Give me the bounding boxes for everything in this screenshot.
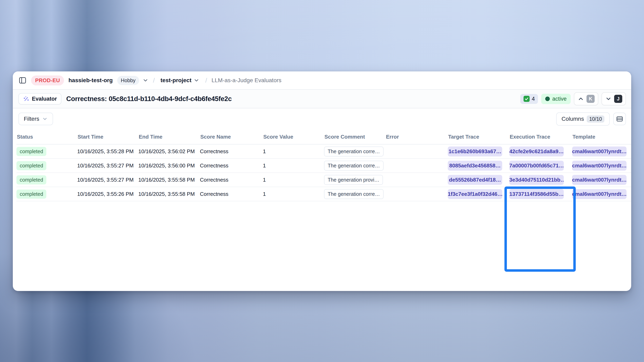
breadcrumb-separator: / — [205, 77, 207, 84]
template-cell: cmal6wart007lynrdt… — [572, 161, 631, 171]
column-header-execution-trace: Execution Trace — [509, 134, 572, 140]
target-trace-link[interactable]: 1c1e6b260b693a67… — [448, 147, 502, 157]
filters-button[interactable]: Filters — [18, 113, 53, 125]
sidebar-toggle-button[interactable] — [18, 76, 26, 84]
column-header-score-comment: Score Comment — [324, 134, 386, 140]
environment-badge: PROD-EU — [31, 75, 64, 85]
breadcrumb-project: test-project — [160, 77, 191, 84]
shortcut-key-j: J — [614, 95, 622, 103]
template-link[interactable]: cmal6wart007lynrdt… — [572, 147, 626, 157]
column-header-start-time: Start Time — [77, 134, 138, 140]
score-comment-pill[interactable]: The generation corre… — [324, 161, 384, 171]
template-cell: cmal6wart007lynrdt… — [572, 147, 631, 157]
target-trace-cell: 1c1e6b260b693a67… — [448, 147, 509, 157]
score-comment-pill[interactable]: The generation corre… — [324, 147, 384, 157]
column-header-status: Status — [16, 134, 77, 140]
end-time-cell: 10/16/2025, 3:55:58 PM — [138, 177, 200, 183]
start-time-cell: 10/16/2025, 3:55:26 PM — [77, 191, 138, 197]
score-comment-cell: The generation provi… — [324, 175, 386, 185]
plan-badge: Hobby — [117, 76, 139, 85]
status-cell: completed — [16, 161, 77, 170]
score-comment-cell: The generation corre… — [324, 189, 386, 199]
score-name-cell: Correctness — [200, 148, 263, 155]
template-cell: cmal6wart007lynrdt… — [572, 189, 631, 199]
table-row[interactable]: completed 10/16/2025, 3:55:28 PM 10/16/2… — [16, 145, 631, 159]
execution-trace-cell: 42cfe2e9c621da8a9… — [509, 147, 572, 157]
row-height-button[interactable] — [613, 113, 626, 125]
execution-trace-cell: 3e3d40d75110d21bb… — [509, 175, 572, 185]
column-header-error: Error — [386, 134, 448, 140]
table-row[interactable]: completed 10/16/2025, 3:55:27 PM 10/16/2… — [16, 159, 631, 173]
navigate-up-button[interactable]: K — [574, 92, 598, 105]
app-window: PROD-EU hassieb-test-org Hobby / test-pr… — [13, 71, 631, 291]
breadcrumb-org[interactable]: hassieb-test-org — [68, 77, 113, 84]
shortcut-key-k: K — [586, 95, 595, 103]
evaluator-type-badge[interactable]: Evaluator — [18, 93, 61, 105]
execution-trace-link[interactable]: 7a00007b00fd65c71… — [509, 161, 564, 171]
org-switcher-button[interactable] — [142, 77, 148, 83]
status-badge: completed — [16, 147, 46, 156]
evaluation-count-badge: 4 — [520, 94, 538, 104]
score-value-cell: 1 — [263, 163, 324, 169]
template-link[interactable]: cmal6wart007lynrdt… — [572, 175, 626, 185]
score-comment-cell: The generation corre… — [324, 147, 386, 157]
chevron-down-icon — [42, 116, 48, 122]
evaluation-count: 4 — [532, 96, 535, 102]
navigate-down-button[interactable]: J — [602, 92, 626, 105]
column-header-end-time: End Time — [138, 134, 200, 140]
template-link[interactable]: cmal6wart007lynrdt… — [572, 189, 626, 199]
table-toolbar: Filters Columns 10/10 — [13, 108, 631, 130]
target-trace-link[interactable]: 8085aefd3e456858… — [448, 161, 502, 171]
score-name-cell: Correctness — [200, 191, 263, 197]
status-badge: active — [541, 94, 571, 104]
status-badge: completed — [16, 175, 46, 184]
column-header-template: Template — [572, 134, 631, 140]
evaluator-header: Evaluator Correctness: 05c8c11d-b110-4db… — [13, 90, 631, 108]
table-row[interactable]: completed 10/16/2025, 3:55:27 PM 10/16/2… — [16, 173, 631, 187]
chevron-up-icon — [578, 96, 584, 102]
table-row[interactable]: completed 10/16/2025, 3:55:26 PM 10/16/2… — [16, 187, 631, 201]
execution-trace-link[interactable]: 42cfe2e9c621da8a9… — [509, 147, 564, 157]
status-badge: completed — [16, 189, 46, 199]
column-header-target-trace: Target Trace — [448, 134, 509, 140]
execution-trace-cell: 13737114f3586d55b… — [509, 189, 572, 199]
score-value-cell: 1 — [263, 177, 324, 183]
score-comment-pill[interactable]: The generation provi… — [324, 175, 383, 185]
score-value-cell: 1 — [263, 191, 324, 197]
end-time-cell: 10/16/2025, 3:56:02 PM — [138, 148, 200, 155]
page-title: Correctness: 05c8c11d-b110-4db4-9dcf-c4b… — [66, 95, 232, 103]
panel-left-icon — [18, 76, 26, 84]
rows-icon — [616, 115, 623, 123]
breadcrumb-section: LLM-as-a-Judge Evaluators — [212, 77, 281, 84]
table-body: completed 10/16/2025, 3:55:28 PM 10/16/2… — [16, 145, 631, 201]
evaluations-table: StatusStart TimeEnd TimeScore NameScore … — [13, 130, 631, 291]
score-value-cell: 1 — [263, 148, 324, 155]
score-comment-pill[interactable]: The generation corre… — [324, 189, 384, 199]
template-link[interactable]: cmal6wart007lynrdt… — [572, 161, 626, 171]
end-time-cell: 10/16/2025, 3:55:58 PM — [138, 191, 200, 197]
target-trace-cell: de55526b87ed4f18… — [448, 175, 509, 185]
status-cell: completed — [16, 147, 77, 156]
status-badge: completed — [16, 161, 46, 170]
project-switcher-button[interactable]: test-project — [159, 77, 201, 84]
chevron-down-icon — [605, 96, 612, 102]
start-time-cell: 10/16/2025, 3:55:27 PM — [77, 177, 138, 183]
status-cell: completed — [16, 175, 77, 184]
score-name-cell: Correctness — [200, 163, 263, 169]
target-trace-cell: 8085aefd3e456858… — [448, 161, 509, 171]
breadcrumb: PROD-EU hassieb-test-org Hobby / test-pr… — [13, 71, 631, 90]
execution-trace-link[interactable]: 13737114f3586d55b… — [509, 189, 564, 199]
target-trace-cell: 1f3c7ee3f1a0f32d46… — [448, 189, 509, 199]
breadcrumb-separator: / — [153, 77, 155, 84]
status-cell: completed — [16, 189, 77, 199]
execution-trace-link[interactable]: 3e3d40d75110d21bb… — [509, 175, 564, 185]
table-header-row: StatusStart TimeEnd TimeScore NameScore … — [16, 130, 631, 145]
column-header-score-value: Score Value — [263, 134, 324, 140]
target-trace-link[interactable]: 1f3c7ee3f1a0f32d46… — [448, 189, 502, 199]
target-trace-link[interactable]: de55526b87ed4f18… — [448, 175, 502, 185]
template-cell: cmal6wart007lynrdt… — [572, 175, 631, 185]
columns-button[interactable]: Columns 10/10 — [556, 112, 610, 126]
column-header-score-name: Score Name — [200, 134, 263, 140]
check-square-icon — [524, 96, 530, 102]
columns-count-badge: 10/10 — [587, 115, 604, 123]
